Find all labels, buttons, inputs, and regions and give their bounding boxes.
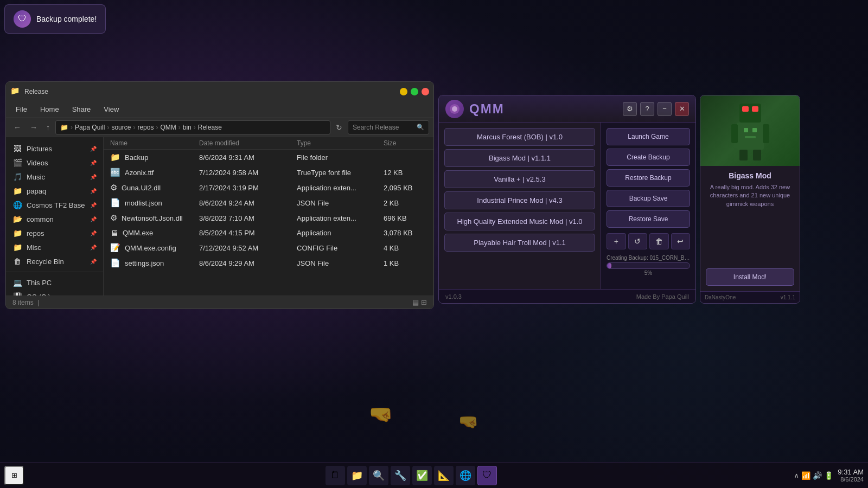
sidebar-item-videos[interactable]: 🎬 Videos 📌 — [6, 156, 103, 170]
qmm-minimize-button[interactable]: − — [658, 102, 672, 116]
folder-icon: 📁 — [110, 152, 120, 162]
menu-share[interactable]: Share — [67, 103, 97, 115]
desktop: 🛡 Backup complete! 📁 Release File Home S… — [0, 0, 868, 488]
sidebar-item-this-pc[interactable]: 💻 This PC — [6, 275, 103, 290]
dll-icon: ⚙ — [110, 213, 117, 223]
refresh-button[interactable]: ↻ — [333, 121, 346, 134]
up-button[interactable]: ↑ — [43, 121, 53, 134]
taskbar-app-tasks[interactable]: ✅ — [412, 466, 432, 485]
file-row[interactable]: 📄 modlist.json 8/6/2024 9:24 AM JSON Fil… — [104, 195, 433, 210]
add-mod-button[interactable]: + — [607, 233, 626, 249]
sidebar-item-recycle-bin[interactable]: 🗑 Recycle Bin 📌 — [6, 254, 103, 268]
search-box[interactable]: Search Release 🔍 — [348, 120, 429, 134]
install-mod-button[interactable]: Install Mod! — [706, 268, 794, 286]
qmm-actions-sidebar: Launch Game Create Backup Restore Backup… — [601, 123, 695, 289]
tray-battery-icon[interactable]: 🔋 — [824, 471, 833, 480]
back-button[interactable]: ← — [10, 121, 24, 134]
sidebar-item-pictures[interactable]: 🖼 Pictures 📌 — [6, 142, 103, 156]
taskbar-app-notes[interactable]: 🗒 — [326, 466, 345, 485]
minimize-button[interactable] — [400, 88, 407, 95]
sidebar-item-cosmos[interactable]: 🌐 Cosmos TF2 Base 📌 — [6, 198, 103, 212]
sidebar-label-pictures: Pictures — [27, 145, 52, 153]
breadcrumb[interactable]: 📁 › Papa Quill › source › repos › QMM › … — [55, 120, 330, 134]
file-size: 2 KB — [384, 199, 427, 207]
mod-entry-industrial[interactable]: Industrial Prince Mod | v4.3 — [444, 191, 595, 209]
taskbar-app-qmm[interactable]: 🛡 — [477, 466, 497, 485]
file-row[interactable]: 📁 Backup 8/6/2024 9:31 AM File folder — [104, 150, 433, 165]
status-separator: | — [38, 299, 40, 306]
file-row[interactable]: 📄 settings.json 8/6/2024 9:29 AM JSON Fi… — [104, 255, 433, 271]
file-row[interactable]: ⚙ Guna.UI2.dll 2/17/2024 3:19 PM Applica… — [104, 180, 433, 195]
qmm-logo — [445, 100, 464, 118]
maximize-button[interactable] — [411, 88, 418, 95]
svg-rect-6 — [731, 124, 738, 143]
qmm-help-button[interactable]: ? — [640, 102, 654, 116]
sidebar-item-repos[interactable]: 📁 repos 📌 — [6, 226, 103, 240]
tray-expand-icon[interactable]: ∧ — [794, 471, 799, 480]
file-row[interactable]: 🔤 Azonix.ttf 7/12/2024 9:58 AM TrueType … — [104, 165, 433, 180]
misc-icon: 📁 — [12, 243, 22, 252]
tray-network-icon[interactable]: 📶 — [801, 471, 810, 480]
file-explorer-titlebar: 📁 Release — [6, 82, 433, 101]
qmm-title: QMM — [469, 101, 617, 117]
dll-icon: ⚙ — [110, 183, 117, 192]
mod-detail-description: A really big mod. Adds 32 new characters… — [706, 183, 794, 208]
mod-entry-hair[interactable]: Playable Hair Troll Mod | v1.1 — [444, 234, 595, 252]
mod-entry-music[interactable]: High Quality Extended Music Mod | v1.0 — [444, 213, 595, 230]
svg-rect-7 — [763, 124, 769, 143]
file-size: 2,095 KB — [384, 184, 427, 192]
pin-icon: 📌 — [90, 202, 97, 208]
menu-view[interactable]: View — [98, 103, 124, 115]
sidebar-item-common[interactable]: 📂 common 📌 — [6, 212, 103, 226]
list-view-button[interactable]: ▤ — [412, 298, 419, 306]
file-row[interactable]: ⚙ Newtonsoft.Json.dll 3/8/2023 7:10 AM A… — [104, 210, 433, 226]
sidebar-item-misc[interactable]: 📁 Misc 📌 — [6, 240, 103, 254]
backup-save-button[interactable]: Backup Save — [607, 190, 690, 207]
taskbar-app-browser[interactable]: 🌐 — [456, 466, 475, 485]
file-row[interactable]: 🖥 QMM.exe 8/5/2024 4:15 PM Application 3… — [104, 226, 433, 240]
tray-volume-icon[interactable]: 🔊 — [813, 471, 822, 480]
mod-detail-panel: Bigass Mod A really big mod. Adds 32 new… — [700, 95, 800, 304]
qmm-settings-button[interactable]: ⚙ — [623, 102, 637, 116]
create-backup-button[interactable]: Create Backup — [607, 149, 690, 166]
col-size: Size — [384, 139, 427, 147]
forward-button[interactable]: → — [27, 121, 41, 134]
refresh-mod-button[interactable]: ↺ — [628, 233, 648, 249]
sidebar-item-music[interactable]: 🎵 Music 📌 — [6, 170, 103, 184]
file-type: Application — [297, 229, 384, 237]
grid-view-button[interactable]: ⊞ — [421, 298, 427, 306]
taskbar-app-files[interactable]: 📁 — [347, 466, 367, 485]
mod-list: Marcus Forest (BOB) | v1.0 Bigass Mod | … — [439, 123, 601, 289]
tray-icons: ∧ 📶 🔊 🔋 — [794, 471, 833, 480]
file-size: 4 KB — [384, 244, 427, 252]
progress-fill — [607, 263, 611, 268]
sidebar-item-papaq[interactable]: 📁 papaq 📌 — [6, 184, 103, 198]
mod-entry-marcus[interactable]: Marcus Forest (BOB) | v1.0 — [444, 128, 595, 146]
menu-file[interactable]: File — [10, 103, 33, 115]
revert-mod-button[interactable]: ↩ — [671, 233, 691, 249]
restore-save-button[interactable]: Restore Save — [607, 210, 690, 228]
sidebar-label-misc: Misc — [27, 243, 41, 252]
restore-backup-button[interactable]: Restore Backup — [607, 169, 690, 187]
tray-clock[interactable]: 9:31 AM 8/6/2024 — [838, 468, 864, 483]
mod-entry-vanilla[interactable]: Vanilla + | v2.5.3 — [444, 170, 595, 188]
file-row[interactable]: 📝 QMM.exe.config 7/12/2024 9:52 AM CONFI… — [104, 240, 433, 255]
start-button[interactable]: ⊞ — [4, 466, 24, 485]
taskbar-app-terminal[interactable]: 🔧 — [391, 466, 410, 485]
file-explorer-body: 🖼 Pictures 📌 🎬 Videos 📌 🎵 Music 📌 📁 pap — [6, 137, 433, 296]
delete-mod-button[interactable]: 🗑 — [649, 233, 669, 249]
taskbar-app-search[interactable]: 🔍 — [369, 466, 388, 485]
mod-author: DaNastyOne — [705, 294, 736, 300]
taskbar-app-draw[interactable]: 📐 — [434, 466, 454, 485]
desktop-sprite-character: 🤜 — [458, 412, 478, 431]
mod-entry-bigass[interactable]: Bigass Mod | v1.1.1 — [444, 149, 595, 167]
qmm-body: Marcus Forest (BOB) | v1.0 Bigass Mod | … — [439, 123, 695, 289]
sidebar-item-os-c[interactable]: 💾 OS (C:) — [6, 290, 103, 296]
window-title: Release — [24, 88, 397, 95]
menu-home[interactable]: Home — [35, 103, 65, 115]
music-icon: 🎵 — [12, 172, 22, 181]
close-button[interactable] — [422, 88, 429, 95]
breadcrumb-repos: repos — [137, 124, 154, 131]
qmm-close-button[interactable]: ✕ — [675, 102, 689, 116]
launch-game-button[interactable]: Launch Game — [607, 128, 690, 145]
